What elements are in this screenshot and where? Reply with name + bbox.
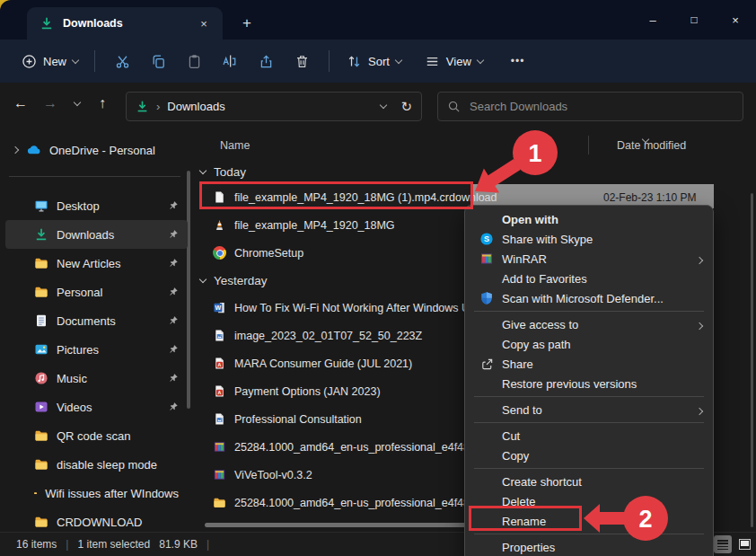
- downloads-icon: [34, 227, 48, 242]
- menu-item-winrar[interactable]: WinRAR: [465, 249, 713, 269]
- tab-title: Downloads: [63, 17, 123, 30]
- menu-item-give-access-to[interactable]: Give access to: [465, 314, 713, 334]
- menu-item-create-shortcut[interactable]: Create shortcut: [465, 472, 713, 491]
- sidebar-item-documents[interactable]: Documents: [5, 306, 188, 335]
- pin-icon: [168, 229, 179, 240]
- menu-item-properties[interactable]: Properties: [465, 537, 713, 556]
- address-dropdown-chevron-icon[interactable]: [380, 101, 387, 109]
- downloads-icon: [136, 100, 149, 113]
- menu-item-copy-as-path[interactable]: Copy as path: [465, 334, 713, 354]
- menu-item-scan-with-defender[interactable]: Scan with Microsoft Defender...: [465, 288, 713, 308]
- menu-separator: [474, 311, 704, 312]
- group-header-today[interactable]: Today: [193, 160, 756, 183]
- delete-button[interactable]: [284, 46, 320, 76]
- menu-item-share-with-skype[interactable]: Share with Skype: [465, 229, 713, 249]
- collapse-chevron-icon[interactable]: [199, 275, 207, 282]
- sidebar-item-videos[interactable]: Videos: [5, 393, 188, 421]
- horizontal-scrollbar[interactable]: [205, 523, 467, 527]
- folder-icon: [213, 496, 226, 509]
- view-button[interactable]: View: [417, 49, 491, 75]
- menu-item-delete[interactable]: Delete: [465, 491, 713, 511]
- menu-item-share[interactable]: Share: [465, 354, 713, 374]
- pin-icon: [168, 402, 179, 412]
- document-icon: [34, 313, 48, 328]
- sidebar-divider: [9, 176, 180, 177]
- expand-chevron-icon[interactable]: [12, 146, 19, 154]
- menu-item-open-with[interactable]: Open with: [465, 209, 713, 229]
- navigation-bar: ← → ↑ › Downloads ↻: [0, 83, 756, 130]
- menu-item-send-to[interactable]: Send to: [465, 400, 713, 419]
- tab-close-icon[interactable]: ×: [194, 13, 214, 33]
- details-view-button[interactable]: [714, 535, 732, 553]
- folder-icon: [34, 285, 48, 299]
- status-divider: |: [207, 538, 209, 551]
- close-button[interactable]: ×: [715, 0, 756, 40]
- pdf-icon: [213, 357, 226, 370]
- selection-size: 81.9 KB: [159, 538, 198, 551]
- menu-item-cut[interactable]: Cut: [465, 426, 713, 446]
- winrar-icon: [479, 252, 494, 266]
- address-bar[interactable]: › Downloads ↻: [126, 92, 422, 121]
- up-button[interactable]: ↑: [99, 95, 106, 111]
- view-button-label: View: [446, 55, 471, 68]
- sidebar-item-label: OneDrive - Personal: [49, 144, 155, 157]
- menu-item-restore-previous-versions[interactable]: Restore previous versions: [465, 374, 713, 393]
- sidebar-item-downloads[interactable]: Downloads: [5, 220, 188, 249]
- vertical-scrollbar[interactable]: [751, 193, 753, 527]
- menu-item-copy[interactable]: Copy: [465, 446, 713, 465]
- recent-locations-chevron-icon[interactable]: [74, 99, 81, 106]
- window-controls: – □ ×: [632, 0, 756, 40]
- cut-icon: [115, 54, 130, 69]
- sidebar-item-music[interactable]: Music: [5, 364, 188, 393]
- sidebar-item-new-articles[interactable]: New Articles: [5, 249, 188, 278]
- copy-button[interactable]: [140, 46, 176, 76]
- column-header-name[interactable]: Name: [220, 139, 250, 152]
- maximize-button[interactable]: □: [673, 0, 715, 40]
- sidebar-item-qr-code-scan[interactable]: QR code scan: [5, 421, 188, 450]
- paste-button[interactable]: [176, 46, 212, 76]
- sidebar-item-personal[interactable]: Personal: [5, 278, 188, 306]
- menu-item-rename[interactable]: Rename: [465, 511, 713, 531]
- circle-plus-icon: [22, 54, 37, 69]
- tab-downloads[interactable]: Downloads ×: [27, 7, 223, 40]
- search-input[interactable]: [470, 100, 694, 113]
- back-button[interactable]: ←: [13, 95, 28, 111]
- menu-item-add-to-favorites[interactable]: Add to Favorites: [465, 269, 713, 288]
- minimize-button[interactable]: –: [632, 0, 673, 40]
- sidebar-item-wifi-issues[interactable]: Wifi issues after WIndows: [5, 479, 188, 507]
- refresh-icon[interactable]: ↻: [400, 99, 412, 115]
- column-header-date-modified[interactable]: Date modified: [617, 130, 686, 160]
- status-divider: |: [66, 538, 68, 551]
- forward-button[interactable]: →: [43, 95, 57, 111]
- collapse-chevron-icon[interactable]: [199, 166, 207, 173]
- share-button[interactable]: [248, 46, 284, 76]
- view-toggle-group: [714, 535, 753, 553]
- selection-info: 1 item selected: [77, 538, 150, 551]
- column-divider[interactable]: [588, 136, 589, 154]
- toolbar-divider: [94, 50, 95, 72]
- paste-icon: [187, 54, 202, 69]
- desktop-icon: [34, 199, 48, 213]
- new-button[interactable]: New: [14, 49, 85, 75]
- sidebar-item-pictures[interactable]: Pictures: [5, 335, 188, 364]
- menu-separator: [474, 534, 704, 534]
- cut-button[interactable]: [104, 46, 140, 76]
- sort-button[interactable]: Sort: [338, 49, 409, 75]
- new-tab-button[interactable]: +: [235, 12, 259, 35]
- search-box[interactable]: [437, 92, 743, 121]
- share-icon: [259, 54, 274, 69]
- copy-icon: [151, 54, 166, 69]
- share-icon: [480, 357, 494, 371]
- rename-button[interactable]: [212, 46, 248, 76]
- items-count: 16 items: [16, 538, 57, 551]
- sidebar-item-disable-sleep-mode[interactable]: disable sleep mode: [5, 450, 188, 479]
- sidebar-item-onedrive[interactable]: OneDrive - Personal: [0, 136, 186, 164]
- downloads-icon: [40, 16, 54, 31]
- sidebar-item-desktop[interactable]: Desktop: [5, 191, 188, 220]
- breadcrumb-separator: ›: [156, 100, 160, 113]
- thumbnail-view-button[interactable]: [735, 535, 753, 553]
- sort-icon: [347, 54, 362, 69]
- chevron-down-icon: [477, 56, 484, 63]
- breadcrumb[interactable]: Downloads: [167, 100, 224, 113]
- more-options-button[interactable]: •••: [504, 49, 532, 73]
